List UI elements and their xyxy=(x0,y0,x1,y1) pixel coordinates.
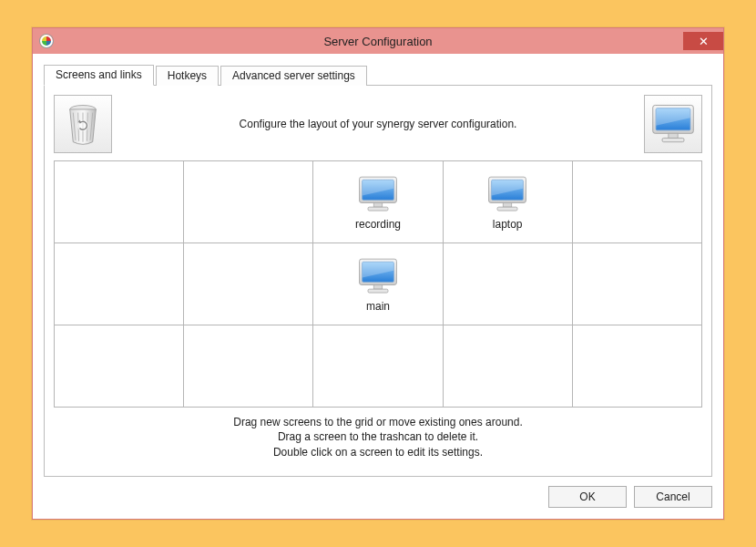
titlebar[interactable]: Server Configuration ✕ xyxy=(33,28,723,54)
grid-cell[interactable] xyxy=(573,243,702,325)
trashcan-dropzone[interactable] xyxy=(54,95,112,153)
tab-panel-screens-and-links: Configure the layout of your synergy ser… xyxy=(44,85,712,477)
grid-cell[interactable] xyxy=(573,161,702,243)
client-area: Screens and links Hotkeys Advanced serve… xyxy=(33,54,723,519)
grid-cell[interactable] xyxy=(444,243,573,325)
screen-laptop[interactable]: laptop xyxy=(444,161,573,243)
server-configuration-window: Server Configuration ✕ Screens and links… xyxy=(32,27,724,520)
hint-line: Drag a screen to the trashcan to delete … xyxy=(54,429,702,444)
window-title: Server Configuration xyxy=(33,35,723,48)
close-icon: ✕ xyxy=(699,36,709,47)
screen-label: laptop xyxy=(493,218,523,231)
tab-label: Screens and links xyxy=(56,68,142,81)
ok-button[interactable]: OK xyxy=(548,486,627,508)
hints-block: Drag new screens to the grid or move exi… xyxy=(54,413,702,465)
new-screen-source[interactable] xyxy=(644,95,702,153)
hint-line: Drag new screens to the grid or move exi… xyxy=(54,415,702,429)
grid-cell[interactable] xyxy=(55,161,184,243)
hint-line: Double click on a screen to edit its set… xyxy=(54,445,702,459)
screen-main[interactable]: main xyxy=(313,243,443,325)
grid-cell[interactable] xyxy=(55,325,184,408)
tab-hotkeys[interactable]: Hotkeys xyxy=(156,66,219,86)
grid-cell[interactable] xyxy=(55,243,184,325)
grid-cell[interactable] xyxy=(184,243,313,325)
monitor-icon xyxy=(356,256,400,296)
tab-screens-and-links[interactable]: Screens and links xyxy=(44,65,154,86)
screen-recording[interactable]: recording xyxy=(313,161,443,243)
grid-cell[interactable] xyxy=(313,325,443,408)
window-close-button[interactable]: ✕ xyxy=(683,32,723,50)
tab-strip: Screens and links Hotkeys Advanced serve… xyxy=(44,63,712,85)
trash-icon xyxy=(63,101,103,147)
cancel-button[interactable]: Cancel xyxy=(634,486,712,508)
monitor-icon xyxy=(649,102,697,146)
dialog-button-row: OK Cancel xyxy=(44,486,712,508)
toolbar-row: Configure the layout of your synergy ser… xyxy=(54,95,702,153)
screen-label: recording xyxy=(355,218,401,231)
monitor-icon xyxy=(356,174,400,214)
screen-layout-grid[interactable]: recordinglaptopmain xyxy=(54,160,702,408)
tab-advanced-server-settings[interactable]: Advanced server settings xyxy=(220,66,367,86)
instruction-text: Configure the layout of your synergy ser… xyxy=(121,118,635,130)
screen-label: main xyxy=(366,300,390,313)
tab-label: Advanced server settings xyxy=(232,69,355,82)
grid-cell[interactable] xyxy=(184,325,313,408)
app-icon xyxy=(40,35,53,47)
grid-cell[interactable] xyxy=(444,325,573,408)
grid-cell[interactable] xyxy=(573,325,702,408)
monitor-icon xyxy=(485,174,529,214)
tab-label: Hotkeys xyxy=(168,69,207,82)
grid-cell[interactable] xyxy=(184,161,313,243)
